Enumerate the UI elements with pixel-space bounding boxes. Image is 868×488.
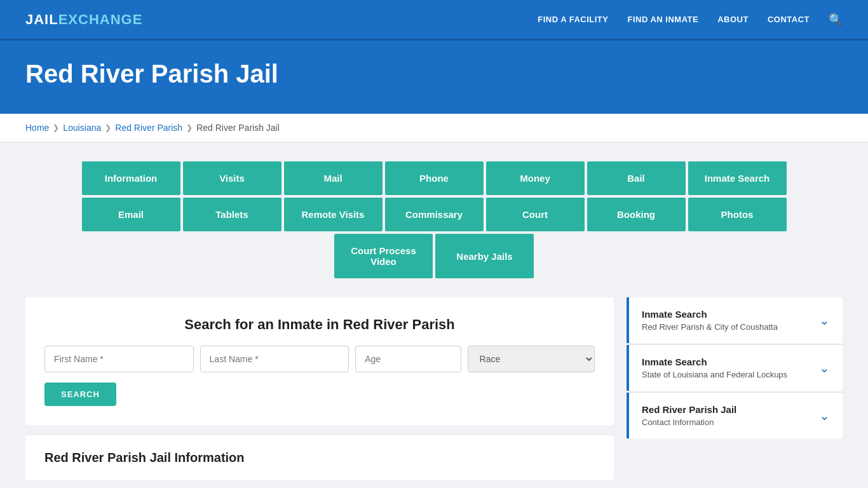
chevron-down-icon-2: ⌄ — [819, 408, 830, 423]
btn-photos[interactable]: Photos — [688, 198, 787, 231]
header: JAILEXCHANGE FIND A FACILITY FIND AN INM… — [0, 0, 868, 41]
btn-money[interactable]: Money — [486, 161, 585, 195]
btn-bail[interactable]: Bail — [587, 161, 686, 195]
btn-mail[interactable]: Mail — [284, 161, 383, 195]
sidebar-card-title-2: Red River Parish Jail — [642, 404, 736, 415]
sidebar-card-sub-2: Contact Information — [642, 417, 736, 427]
btn-row-1: Information Visits Mail Phone Money Bail… — [82, 161, 787, 195]
sidebar-card-2[interactable]: Red River Parish Jail Contact Informatio… — [627, 393, 843, 438]
sidebar-card-sub-0: Red River Parish & City of Coushatta — [642, 322, 778, 332]
btn-email[interactable]: Email — [82, 198, 180, 231]
btn-commissary[interactable]: Commissary — [385, 198, 484, 231]
sidebar-card-sub-1: State of Louisiana and Federal Lockups — [642, 370, 787, 379]
btn-remote-visits[interactable]: Remote Visits — [284, 198, 383, 231]
main-nav: FIND A FACILITY FIND AN INMATE ABOUT CON… — [538, 13, 843, 27]
breadcrumb-home[interactable]: Home — [25, 123, 49, 133]
nav-buttons-grid: Information Visits Mail Phone Money Bail… — [25, 161, 843, 278]
btn-phone[interactable]: Phone — [385, 161, 484, 195]
breadcrumb-sep-1: ❯ — [53, 123, 59, 132]
page-title: Red River Parish Jail — [25, 60, 843, 88]
breadcrumb-sep-3: ❯ — [186, 123, 193, 132]
lastname-input[interactable] — [200, 346, 349, 372]
search-panel: Search for an Inmate in Red River Parish… — [25, 297, 614, 425]
age-input[interactable] — [355, 346, 461, 372]
btn-court-process-video[interactable]: Court Process Video — [334, 234, 433, 278]
breadcrumb-sep-2: ❯ — [105, 123, 111, 132]
btn-nearby-jails[interactable]: Nearby Jails — [435, 234, 534, 278]
btn-inmate-search[interactable]: Inmate Search — [688, 161, 787, 195]
nav-contact[interactable]: CONTACT — [768, 15, 810, 24]
search-button[interactable]: SEARCH — [44, 383, 116, 406]
sidebar-card-title-0: Inmate Search — [642, 309, 778, 320]
breadcrumb-current: Red River Parish Jail — [196, 123, 280, 133]
sidebar-card-inner-1: Inmate Search State of Louisiana and Fed… — [629, 345, 843, 391]
breadcrumb-red-river-parish[interactable]: Red River Parish — [115, 123, 182, 133]
sidebar: Inmate Search Red River Parish & City of… — [627, 297, 843, 440]
btn-booking[interactable]: Booking — [587, 198, 686, 231]
breadcrumb-bar: Home ❯ Louisiana ❯ Red River Parish ❯ Re… — [0, 114, 868, 142]
info-title: Red River Parish Jail Information — [44, 451, 595, 465]
info-section: Red River Parish Jail Information — [25, 435, 614, 480]
hero-section: Red River Parish Jail — [0, 41, 868, 114]
chevron-down-icon-0: ⌄ — [819, 313, 830, 328]
btn-row-2: Email Tablets Remote Visits Commissary C… — [82, 198, 787, 231]
sidebar-card-text-2: Red River Parish Jail Contact Informatio… — [642, 404, 736, 427]
logo-jail: JAIL — [25, 11, 58, 28]
breadcrumb-louisiana[interactable]: Louisiana — [63, 123, 101, 133]
logo-exchange: EXCHANGE — [58, 11, 143, 28]
nav-find-facility[interactable]: FIND A FACILITY — [538, 15, 608, 24]
content-area: Search for an Inmate in Red River Parish… — [25, 297, 843, 480]
sidebar-card-text-0: Inmate Search Red River Parish & City of… — [642, 309, 778, 332]
btn-court[interactable]: Court — [486, 198, 585, 231]
search-form: Race White Black Hispanic Asian Other — [44, 346, 595, 372]
search-icon[interactable]: 🔍 — [829, 13, 843, 27]
sidebar-card-text-1: Inmate Search State of Louisiana and Fed… — [642, 356, 787, 379]
btn-row-3: Court Process Video Nearby Jails — [334, 234, 534, 278]
sidebar-card-1[interactable]: Inmate Search State of Louisiana and Fed… — [627, 345, 843, 391]
site-logo[interactable]: JAILEXCHANGE — [25, 11, 142, 28]
sidebar-card-0[interactable]: Inmate Search Red River Parish & City of… — [627, 297, 843, 343]
sidebar-card-title-1: Inmate Search — [642, 356, 787, 367]
race-select[interactable]: Race White Black Hispanic Asian Other — [468, 346, 595, 372]
breadcrumb: Home ❯ Louisiana ❯ Red River Parish ❯ Re… — [25, 123, 843, 133]
nav-about[interactable]: ABOUT — [717, 15, 749, 24]
btn-tablets[interactable]: Tablets — [183, 198, 281, 231]
chevron-down-icon-1: ⌄ — [819, 360, 830, 376]
main-content: Information Visits Mail Phone Money Bail… — [0, 142, 868, 488]
btn-visits[interactable]: Visits — [183, 161, 281, 195]
btn-information[interactable]: Information — [82, 161, 180, 195]
search-title: Search for an Inmate in Red River Parish — [44, 316, 595, 333]
sidebar-card-inner-2: Red River Parish Jail Contact Informatio… — [629, 393, 843, 438]
firstname-input[interactable] — [44, 346, 194, 372]
sidebar-card-inner-0: Inmate Search Red River Parish & City of… — [629, 297, 843, 343]
nav-find-inmate[interactable]: FIND AN INMATE — [627, 15, 698, 24]
